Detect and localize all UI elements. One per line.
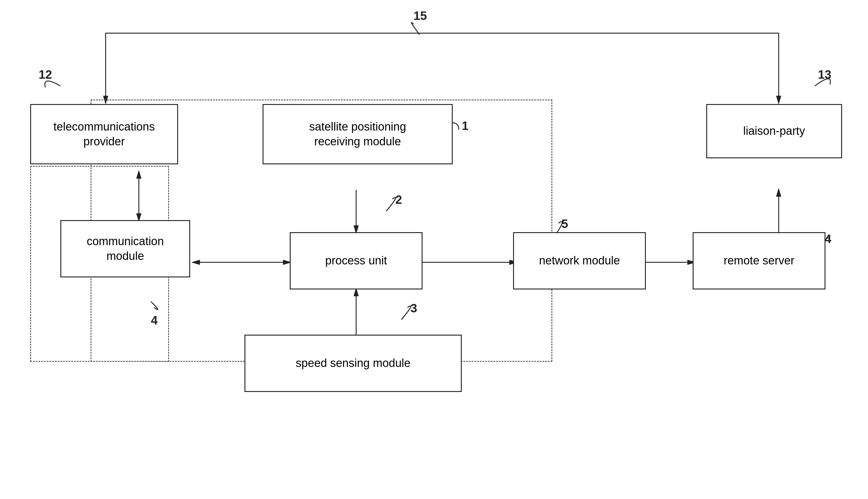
comm-module-box: communication module [60,220,190,277]
label-5: 5 [561,217,568,231]
diagram: 15 12 13 14 1 2 3 4 5 telecommunications… [0,0,868,499]
label-15: 15 [414,9,427,23]
remote-server-box: remote server [693,232,825,290]
label-12: 12 [39,68,52,82]
arrowhead-liaison [776,96,781,104]
satellite-box: satellite positioning receiving module [263,104,453,164]
liaison-box: liaison-party [706,104,842,158]
process-unit-box: process unit [290,232,423,290]
telecom-provider-box: telecommunications provider [30,104,178,164]
arrowhead-server-liaison [776,188,781,197]
top-bus-line [106,33,779,65]
ref12-curve [45,81,60,87]
network-module-label: network module [539,253,620,268]
label-13: 13 [818,68,832,82]
speed-sensing-box: speed sensing module [245,335,462,392]
telecom-provider-label: telecommunications provider [53,119,155,149]
liaison-label: liaison-party [744,124,805,138]
network-module-box: network module [513,232,646,290]
process-unit-label: process unit [325,253,387,268]
comm-module-label: communication module [87,234,164,264]
satellite-label: satellite positioning receiving module [309,119,406,149]
remote-server-label: remote server [724,253,794,268]
speed-sensing-label: speed sensing module [296,356,411,370]
